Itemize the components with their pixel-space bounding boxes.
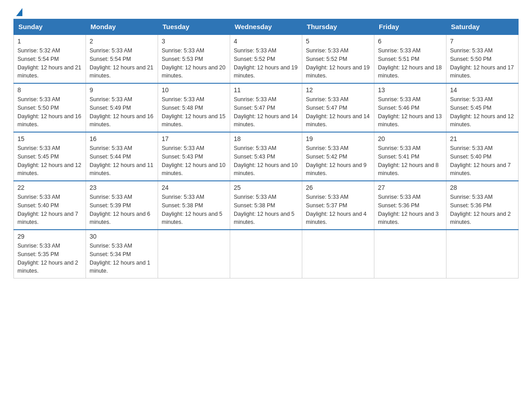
day-sunset: Sunset: 5:45 PM: [17, 154, 59, 160]
calendar-header-monday: Monday: [86, 19, 158, 35]
day-number: 3: [162, 38, 226, 45]
day-sunrise: Sunrise: 5:33 AM: [450, 194, 493, 200]
day-daylight: Daylight: 12 hours and 17 minutes.: [450, 64, 514, 79]
day-number: 7: [450, 38, 515, 45]
day-daylight: Daylight: 12 hours and 2 minutes.: [17, 260, 78, 274]
day-daylight: Daylight: 12 hours and 14 minutes.: [234, 113, 297, 128]
calendar-cell: 26 Sunrise: 5:33 AM Sunset: 5:37 PM Dayl…: [302, 181, 374, 230]
day-daylight: Daylight: 12 hours and 19 minutes.: [306, 64, 369, 79]
calendar-cell: 20 Sunrise: 5:33 AM Sunset: 5:41 PM Dayl…: [374, 132, 446, 181]
calendar-cell: 8 Sunrise: 5:33 AM Sunset: 5:50 PM Dayli…: [14, 83, 86, 132]
calendar-week-row: 8 Sunrise: 5:33 AM Sunset: 5:50 PM Dayli…: [14, 83, 519, 132]
day-sunset: Sunset: 5:51 PM: [378, 56, 419, 62]
calendar-header-wednesday: Wednesday: [230, 19, 302, 35]
day-sunrise: Sunrise: 5:33 AM: [306, 96, 348, 103]
calendar-cell: 27 Sunrise: 5:33 AM Sunset: 5:36 PM Dayl…: [374, 181, 446, 230]
day-daylight: Daylight: 12 hours and 4 minutes.: [306, 211, 367, 226]
calendar-cell: [158, 230, 230, 278]
day-sunset: Sunset: 5:50 PM: [450, 56, 491, 62]
day-sunrise: Sunrise: 5:33 AM: [378, 47, 420, 54]
day-number: 27: [378, 184, 442, 191]
day-sunrise: Sunrise: 5:33 AM: [378, 145, 420, 151]
day-daylight: Daylight: 12 hours and 18 minutes.: [378, 64, 442, 79]
day-sunset: Sunset: 5:42 PM: [306, 154, 347, 160]
day-sunrise: Sunrise: 5:33 AM: [306, 194, 348, 200]
day-sunset: Sunset: 5:36 PM: [450, 202, 491, 209]
day-sunrise: Sunrise: 5:33 AM: [450, 47, 493, 54]
day-number: 20: [378, 135, 442, 142]
calendar-cell: 18 Sunrise: 5:33 AM Sunset: 5:43 PM Dayl…: [230, 132, 302, 181]
day-sunset: Sunset: 5:34 PM: [90, 251, 131, 257]
page-header: [13, 9, 519, 14]
logo-arrow-icon: [16, 8, 22, 16]
calendar-week-row: 29 Sunrise: 5:33 AM Sunset: 5:35 PM Dayl…: [14, 230, 519, 278]
day-daylight: Daylight: 12 hours and 6 minutes.: [90, 211, 150, 226]
day-sunset: Sunset: 5:38 PM: [162, 202, 203, 209]
day-sunrise: Sunrise: 5:33 AM: [90, 194, 132, 200]
day-sunset: Sunset: 5:40 PM: [450, 154, 491, 160]
day-sunrise: Sunrise: 5:33 AM: [234, 194, 276, 200]
day-sunrise: Sunrise: 5:33 AM: [90, 47, 132, 54]
calendar-header-row: SundayMondayTuesdayWednesdayThursdayFrid…: [14, 19, 519, 35]
calendar-cell: 5 Sunrise: 5:33 AM Sunset: 5:52 PM Dayli…: [302, 34, 374, 83]
day-daylight: Daylight: 12 hours and 10 minutes.: [162, 162, 225, 177]
day-number: 15: [17, 135, 82, 142]
calendar-cell: 3 Sunrise: 5:33 AM Sunset: 5:53 PM Dayli…: [158, 34, 230, 83]
day-sunrise: Sunrise: 5:33 AM: [306, 145, 348, 151]
day-sunset: Sunset: 5:47 PM: [306, 105, 347, 111]
calendar-cell: 1 Sunrise: 5:32 AM Sunset: 5:54 PM Dayli…: [14, 34, 86, 83]
day-sunrise: Sunrise: 5:33 AM: [17, 96, 60, 103]
calendar-cell: 10 Sunrise: 5:33 AM Sunset: 5:48 PM Dayl…: [158, 83, 230, 132]
day-sunset: Sunset: 5:40 PM: [17, 202, 59, 209]
day-sunrise: Sunrise: 5:33 AM: [17, 145, 60, 151]
logo: [13, 9, 22, 14]
calendar-cell: 30 Sunrise: 5:33 AM Sunset: 5:34 PM Dayl…: [86, 230, 158, 278]
day-number: 21: [450, 135, 515, 142]
day-sunset: Sunset: 5:38 PM: [234, 202, 275, 209]
calendar-cell: 22 Sunrise: 5:33 AM Sunset: 5:40 PM Dayl…: [14, 181, 86, 230]
day-sunset: Sunset: 5:54 PM: [17, 56, 59, 62]
day-daylight: Daylight: 12 hours and 21 minutes.: [90, 64, 153, 79]
calendar-cell: 25 Sunrise: 5:33 AM Sunset: 5:38 PM Dayl…: [230, 181, 302, 230]
day-number: 22: [17, 184, 82, 191]
day-sunrise: Sunrise: 5:33 AM: [90, 145, 132, 151]
day-sunset: Sunset: 5:41 PM: [378, 154, 419, 160]
day-number: 25: [234, 184, 298, 191]
day-sunrise: Sunrise: 5:33 AM: [450, 96, 493, 103]
day-sunset: Sunset: 5:52 PM: [234, 56, 275, 62]
day-number: 28: [450, 184, 515, 191]
day-number: 19: [306, 135, 370, 142]
calendar-header-tuesday: Tuesday: [158, 19, 230, 35]
calendar-header-friday: Friday: [374, 19, 446, 35]
calendar-cell: 13 Sunrise: 5:33 AM Sunset: 5:46 PM Dayl…: [374, 83, 446, 132]
calendar-cell: [374, 230, 446, 278]
day-sunrise: Sunrise: 5:33 AM: [450, 145, 493, 151]
day-sunrise: Sunrise: 5:33 AM: [378, 194, 420, 200]
calendar-cell: 7 Sunrise: 5:33 AM Sunset: 5:50 PM Dayli…: [446, 34, 519, 83]
day-number: 11: [234, 86, 298, 94]
day-daylight: Daylight: 12 hours and 14 minutes.: [306, 113, 369, 128]
day-sunrise: Sunrise: 5:33 AM: [234, 145, 276, 151]
day-daylight: Daylight: 12 hours and 1 minute.: [90, 260, 150, 274]
day-sunset: Sunset: 5:39 PM: [90, 202, 131, 209]
day-number: 2: [90, 38, 154, 45]
calendar-week-row: 22 Sunrise: 5:33 AM Sunset: 5:40 PM Dayl…: [14, 181, 519, 230]
day-number: 23: [90, 184, 154, 191]
day-sunset: Sunset: 5:48 PM: [162, 105, 203, 111]
day-daylight: Daylight: 12 hours and 5 minutes.: [234, 211, 295, 226]
day-daylight: Daylight: 12 hours and 10 minutes.: [234, 162, 297, 177]
day-sunrise: Sunrise: 5:33 AM: [162, 145, 204, 151]
day-number: 6: [378, 38, 442, 45]
calendar-cell: 29 Sunrise: 5:33 AM Sunset: 5:35 PM Dayl…: [14, 230, 86, 278]
calendar-cell: 21 Sunrise: 5:33 AM Sunset: 5:40 PM Dayl…: [446, 132, 519, 181]
calendar-cell: 17 Sunrise: 5:33 AM Sunset: 5:43 PM Dayl…: [158, 132, 230, 181]
calendar-header-sunday: Sunday: [14, 19, 86, 35]
day-daylight: Daylight: 12 hours and 20 minutes.: [162, 64, 225, 79]
day-daylight: Daylight: 12 hours and 21 minutes.: [17, 64, 81, 79]
day-daylight: Daylight: 12 hours and 5 minutes.: [162, 211, 223, 226]
calendar-table: SundayMondayTuesdayWednesdayThursdayFrid…: [13, 19, 519, 278]
day-sunrise: Sunrise: 5:33 AM: [378, 96, 420, 103]
day-number: 29: [17, 233, 82, 240]
day-number: 17: [162, 135, 226, 142]
calendar-cell: 16 Sunrise: 5:33 AM Sunset: 5:44 PM Dayl…: [86, 132, 158, 181]
